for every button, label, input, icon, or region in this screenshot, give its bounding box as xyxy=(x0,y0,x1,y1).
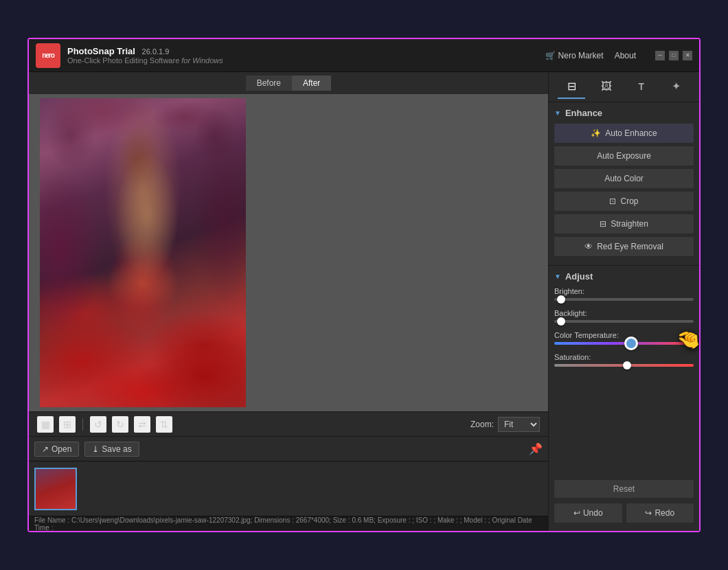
flip-h-btn[interactable]: ⇄ xyxy=(134,416,150,433)
enhance-section: ▼ Enhance ✨ Auto Enhance Auto Exposure A… xyxy=(549,102,699,265)
auto-enhance-label: Auto Enhance xyxy=(605,128,657,138)
tab-special[interactable]: ✦ xyxy=(663,76,690,99)
color-temp-container: 🤏 xyxy=(554,342,694,345)
crop-icon: ⊡ xyxy=(609,196,616,206)
auto-color-button[interactable]: Auto Color xyxy=(554,169,694,188)
zoom-label: Zoom: xyxy=(470,420,494,429)
panel-tabs: ⊟ 🖼 T ✦ xyxy=(549,72,699,102)
enhance-header[interactable]: ▼ Enhance xyxy=(554,108,694,118)
undo-button[interactable]: ↩ Undo xyxy=(554,503,622,523)
brighten-label: Brighten: xyxy=(554,287,694,295)
thumbnail-1[interactable] xyxy=(34,468,77,510)
auto-color-label: Auto Color xyxy=(604,174,644,183)
photo-container xyxy=(40,98,246,407)
adjustments-icon: ⊟ xyxy=(567,80,576,93)
thumbnail-strip xyxy=(29,461,548,516)
save-button[interactable]: ⤓ Save as xyxy=(84,442,139,457)
color-temp-track xyxy=(554,342,694,345)
open-button[interactable]: ↗ Open xyxy=(34,442,79,457)
red-eye-button[interactable]: 👁 Red Eye Removal xyxy=(554,237,694,256)
view-tabs: Before After xyxy=(29,72,548,94)
reset-button[interactable]: Reset xyxy=(554,480,694,498)
saturation-track xyxy=(554,364,694,367)
crop-button[interactable]: ⊡ Crop xyxy=(554,192,694,211)
saturation-label: Saturation: xyxy=(554,353,694,361)
app-window: nero PhotoSnap Trial 26.0.1.9 One-Click … xyxy=(27,38,701,532)
auto-exposure-label: Auto Exposure xyxy=(597,151,651,161)
backlight-label: Backlight: xyxy=(554,309,694,317)
panel-spacer xyxy=(549,380,699,477)
filters-icon: 🖼 xyxy=(601,80,612,93)
red-eye-label: Red Eye Removal xyxy=(597,242,663,251)
app-logo: nero xyxy=(36,43,60,68)
zoom-select[interactable]: Fit 25% 50% 75% 100% 150% 200% xyxy=(498,417,540,432)
open-icon: ↗ xyxy=(42,444,49,454)
rotate-left-btn[interactable]: ↺ xyxy=(90,416,106,433)
maximize-button[interactable]: □ xyxy=(669,51,679,60)
photo-image xyxy=(40,98,246,407)
redo-icon: ↪ xyxy=(645,508,652,518)
tab-filters[interactable]: 🖼 xyxy=(593,76,620,99)
title-bar-text: PhotoSnap Trial 26.0.1.9 One-Click Photo… xyxy=(67,46,223,65)
backlight-thumb[interactable] xyxy=(557,317,565,326)
enhance-icon: ✨ xyxy=(591,128,601,138)
adjust-section: ▼ Adjust Brighten: Backlight: Color Temp… xyxy=(549,265,699,380)
title-bar: nero PhotoSnap Trial 26.0.1.9 One-Click … xyxy=(29,39,699,72)
nero-market-button[interactable]: 🛒 Nero Market xyxy=(545,51,604,60)
save-label: Save as xyxy=(102,444,131,454)
saturation-thumb[interactable] xyxy=(623,361,631,369)
straighten-label: Straighten xyxy=(611,219,648,229)
tab-text[interactable]: T xyxy=(628,76,655,99)
minimize-button[interactable]: ─ xyxy=(655,51,665,60)
text-icon: T xyxy=(639,81,645,92)
undo-icon: ↩ xyxy=(573,508,580,518)
crop-label: Crop xyxy=(620,196,638,206)
market-icon: 🛒 xyxy=(545,51,556,60)
tab-adjustments[interactable]: ⊟ xyxy=(558,76,585,99)
straighten-button[interactable]: ⊟ Straighten xyxy=(554,214,694,233)
redo-button[interactable]: ↪ Redo xyxy=(626,503,694,523)
grid-single-btn[interactable]: ▦ xyxy=(37,416,54,433)
subtitle-suffix: for Windows xyxy=(181,56,223,65)
app-title: PhotoSnap Trial 26.0.1.9 xyxy=(67,46,223,56)
adjust-header[interactable]: ▼ Adjust xyxy=(554,271,694,282)
window-controls: ─ □ ✕ xyxy=(655,51,692,60)
status-text: File Name : C:\Users\jweng\Downloads\pix… xyxy=(34,516,543,532)
enhance-arrow: ▼ xyxy=(554,109,561,117)
color-temp-label: Color Temperature: xyxy=(554,331,694,339)
toolbar-sep-1 xyxy=(82,418,83,431)
pin-button[interactable]: 📌 xyxy=(529,442,543,455)
zoom-control: Zoom: Fit 25% 50% 75% 100% 150% 200% xyxy=(470,417,540,432)
brighten-thumb[interactable] xyxy=(557,295,565,304)
open-label: Open xyxy=(52,444,71,454)
auto-enhance-button[interactable]: ✨ Auto Enhance xyxy=(554,124,694,143)
about-label: About xyxy=(615,51,636,60)
editor-area: Before After ▦ ⊞ xyxy=(29,72,548,531)
undo-redo-bar: ↩ Undo ↪ Redo xyxy=(554,503,694,523)
straighten-icon: ⊟ xyxy=(600,219,606,229)
color-temp-thumb[interactable] xyxy=(624,337,638,350)
auto-exposure-button[interactable]: Auto Exposure xyxy=(554,146,694,166)
tab-before[interactable]: Before xyxy=(246,76,292,91)
bottom-spacer xyxy=(549,525,699,531)
main-content: Before After ▦ ⊞ xyxy=(29,72,699,531)
grid-double-btn[interactable]: ⊞ xyxy=(59,416,76,433)
enhance-label: Enhance xyxy=(565,108,602,118)
close-button[interactable]: ✕ xyxy=(683,51,692,60)
flip-v-btn[interactable]: ⇅ xyxy=(156,416,172,433)
brighten-track xyxy=(554,298,694,301)
market-label: Nero Market xyxy=(558,51,604,60)
about-button[interactable]: About xyxy=(615,51,636,60)
rotate-right-btn[interactable]: ↻ xyxy=(112,416,128,433)
file-bar: ↗ Open ⤓ Save as 📌 xyxy=(29,436,548,461)
canvas-area xyxy=(29,94,548,411)
backlight-track xyxy=(554,320,694,323)
tab-after[interactable]: After xyxy=(292,76,331,91)
canvas-toolbar: ▦ ⊞ ↺ ↻ ⇄ ⇅ Zoom: Fit 25% 50% 75% 100% 1… xyxy=(29,411,548,436)
redo-label: Redo xyxy=(655,508,674,518)
special-icon: ✦ xyxy=(672,80,681,93)
flowers-layer xyxy=(40,98,246,222)
adjust-label: Adjust xyxy=(565,271,593,282)
status-bar: File Name : C:\Users\jweng\Downloads\pix… xyxy=(29,516,548,531)
app-title-text: PhotoSnap Trial xyxy=(67,46,135,56)
